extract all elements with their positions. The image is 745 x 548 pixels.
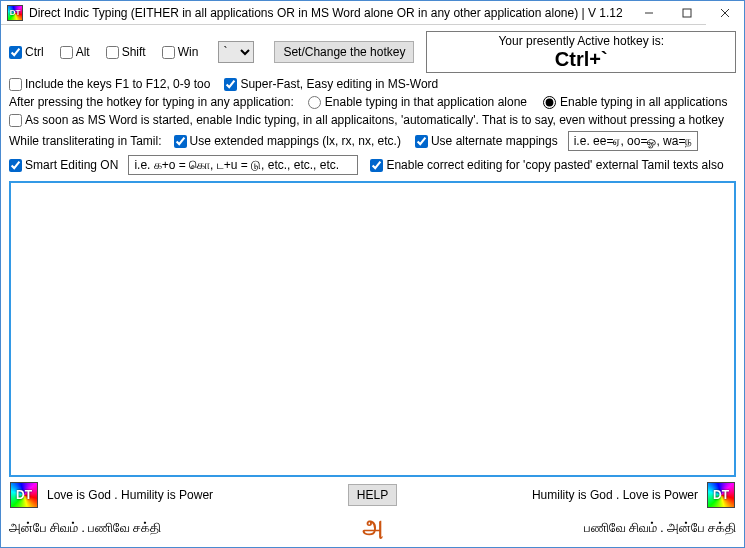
help-button[interactable]: HELP: [348, 484, 397, 506]
alternate-mappings-label: Use alternate mappings: [431, 134, 558, 148]
superfast-label: Super-Fast, Easy editing in MS-Word: [240, 77, 438, 91]
app-icon-text: DT: [10, 8, 21, 17]
win-checkbox[interactable]: Win: [162, 45, 199, 59]
alt-checkbox[interactable]: Alt: [60, 45, 90, 59]
editor-textarea[interactable]: [9, 181, 736, 477]
include-fkeys-label: Include the keys F1 to F12, 0-9 too: [25, 77, 210, 91]
auto-start-label: As soon as MS Word is started, enable In…: [25, 113, 724, 127]
footer-logo-right: DT: [706, 481, 736, 509]
app-window: DT Direct Indic Typing (EITHER in all ap…: [0, 0, 745, 548]
tamil-section-label: While transliterating in Tamil:: [9, 134, 162, 148]
include-fkeys-checkbox[interactable]: Include the keys F1 to F12, 0-9 too: [9, 77, 210, 91]
after-pressing-label: After pressing the hotkey for typing in …: [9, 95, 294, 109]
copy-pasted-label: Enable correct editing for 'copy pasted'…: [386, 158, 723, 172]
smart-editing-checkbox[interactable]: Smart Editing ON: [9, 158, 118, 172]
footer-ta-left: அன்பே சிவம் . பணிவே சக்தி: [9, 520, 363, 536]
radio-single-label: Enable typing in that application alone: [325, 95, 527, 109]
ctrl-checkbox[interactable]: Ctrl: [9, 45, 44, 59]
alt-label: Alt: [76, 45, 90, 59]
active-hotkey-display: Your presently Active hotkey is: Ctrl+`: [426, 31, 736, 73]
radio-all-label: Enable typing in all applications: [560, 95, 727, 109]
hotkey-char-select[interactable]: `: [218, 41, 254, 63]
footer-logo-left: DT: [9, 481, 39, 509]
footer-en-right: Humility is God . Love is Power: [532, 488, 698, 502]
footer-tamil-glyph: அ: [363, 515, 383, 541]
copy-pasted-checkbox[interactable]: Enable correct editing for 'copy pasted'…: [370, 158, 723, 172]
close-button[interactable]: [706, 1, 744, 25]
active-hotkey-value: Ctrl+`: [555, 48, 608, 70]
shift-label: Shift: [122, 45, 146, 59]
extended-mappings-checkbox[interactable]: Use extended mappings (lx, rx, nx, etc.): [174, 134, 401, 148]
smart-editing-hint: i.e. க+o = கொ, ட+u = டு, etc., etc., etc…: [128, 155, 358, 175]
active-hotkey-label: Your presently Active hotkey is:: [498, 34, 664, 48]
svg-rect-1: [683, 9, 691, 17]
minimize-button[interactable]: [630, 1, 668, 25]
smart-editing-label: Smart Editing ON: [25, 158, 118, 172]
window-title: Direct Indic Typing (EITHER in all appli…: [29, 6, 630, 20]
set-hotkey-button[interactable]: Set/Change the hotkey: [274, 41, 414, 63]
win-label: Win: [178, 45, 199, 59]
app-icon: DT: [5, 4, 25, 22]
maximize-button[interactable]: [668, 1, 706, 25]
radio-all-apps[interactable]: Enable typing in all applications: [543, 95, 727, 109]
alternate-mappings-hint: i.e. ee=ஏ, oo=ஓ, wa=ந: [568, 131, 699, 151]
ctrl-label: Ctrl: [25, 45, 44, 59]
extended-mappings-label: Use extended mappings (lx, rx, nx, etc.): [190, 134, 401, 148]
auto-start-checkbox[interactable]: As soon as MS Word is started, enable In…: [9, 113, 724, 127]
shift-checkbox[interactable]: Shift: [106, 45, 146, 59]
radio-single-app[interactable]: Enable typing in that application alone: [308, 95, 527, 109]
titlebar: DT Direct Indic Typing (EITHER in all ap…: [1, 1, 744, 25]
alternate-mappings-checkbox[interactable]: Use alternate mappings: [415, 134, 558, 148]
superfast-checkbox[interactable]: Super-Fast, Easy editing in MS-Word: [224, 77, 438, 91]
footer-ta-right: பணிவே சிவம் . அன்பே சக்தி: [383, 520, 737, 536]
footer-en-left: Love is God . Humility is Power: [47, 488, 213, 502]
